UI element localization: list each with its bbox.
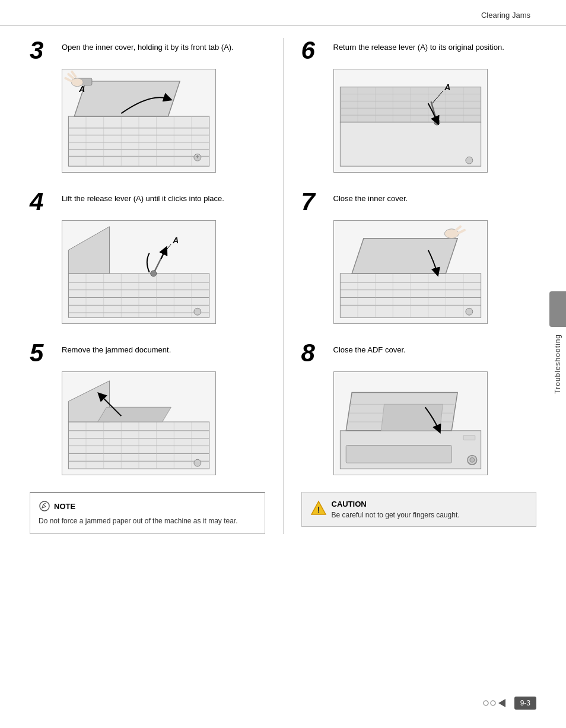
side-label: Troubleshooting: [554, 334, 562, 394]
step-3-text: Open the inner cover, holding it by its …: [62, 38, 234, 53]
note-icon: [39, 500, 50, 512]
main-content: 3 Open the inner cover, holding it by it…: [0, 38, 566, 534]
step-4: 4 Lift the release lever (A) until it cl…: [30, 189, 265, 324]
svg-point-78: [465, 157, 472, 164]
right-column: 6 Return the release lever (A) to its or…: [284, 38, 537, 534]
svg-marker-13: [74, 81, 180, 116]
page-number: 9-3: [514, 697, 536, 710]
step-8-header: 8 Close the ADF cover.: [301, 341, 537, 365]
svg-point-104: [469, 457, 474, 462]
svg-marker-56: [98, 407, 171, 422]
step-8-text: Close the ADF cover.: [333, 341, 406, 356]
svg-point-16: [71, 78, 83, 87]
svg-point-109: [491, 701, 495, 705]
svg-point-41: [194, 308, 201, 315]
step-7-header: 7 Close the inner cover.: [301, 189, 537, 214]
step-8-svg: [334, 372, 487, 475]
step-6-number: 6: [301, 38, 325, 63]
step-4-svg: A: [62, 221, 215, 323]
step-4-text: Lift the release lever (A) until it clic…: [62, 189, 224, 205]
svg-line-93: [454, 227, 460, 231]
svg-point-95: [465, 308, 472, 315]
svg-marker-91: [352, 239, 457, 274]
caution-icon: !: [310, 500, 327, 519]
step-3-image: A: [62, 69, 216, 173]
footer-arrow-icon: [479, 696, 508, 710]
step-3-svg: A: [62, 69, 215, 172]
svg-line-59: [43, 503, 46, 504]
svg-line-40: [165, 244, 171, 252]
step-8-image: [333, 371, 488, 475]
note-title: NOTE: [54, 502, 75, 511]
svg-point-58: [40, 501, 49, 511]
step-5-svg: [62, 372, 215, 475]
svg-rect-22: [197, 155, 198, 158]
step-6: 6 Return the release lever (A) to its or…: [301, 38, 537, 173]
page-footer: 9-3: [479, 696, 536, 710]
side-tab-bar: [549, 291, 566, 327]
svg-text:A: A: [172, 236, 179, 245]
step-4-header: 4 Lift the release lever (A) until it cl…: [30, 189, 265, 214]
svg-point-57: [194, 459, 201, 466]
svg-line-17: [65, 78, 71, 81]
step-7-text: Close the inner cover.: [333, 189, 408, 205]
caution-triangle-icon: !: [310, 500, 327, 517]
step-8-number: 8: [301, 341, 325, 365]
step-3: 3 Open the inner cover, holding it by it…: [30, 38, 265, 173]
step-5: 5 Remove the jammed document.: [30, 341, 265, 475]
step-7-svg: [334, 221, 487, 323]
step-6-header: 6 Return the release lever (A) to its or…: [301, 38, 537, 63]
step-5-image: [62, 371, 216, 475]
svg-marker-110: [498, 699, 505, 707]
step-7-number: 7: [301, 189, 325, 214]
step-5-text: Remove the jammed document.: [62, 341, 171, 356]
svg-line-18: [68, 74, 73, 78]
svg-text:!: !: [317, 504, 320, 514]
step-8: 8 Close the ADF cover.: [301, 341, 537, 475]
step-3-header: 3 Open the inner cover, holding it by it…: [30, 38, 265, 63]
caution-content: CAUTION Be careful not to get your finge…: [332, 500, 460, 519]
step-7: 7 Close the inner cover.: [301, 189, 537, 324]
step-6-image: A: [333, 69, 488, 173]
step-6-svg: A: [334, 69, 487, 172]
left-column: 3 Open the inner cover, holding it by it…: [30, 38, 284, 534]
note-text: Do not force a jammed paper out of the m…: [39, 516, 256, 526]
step-7-image: [333, 220, 488, 324]
step-4-number: 4: [30, 189, 53, 214]
header-title: Clearing Jams: [481, 11, 530, 20]
svg-marker-102: [381, 404, 443, 430]
note-box: NOTE Do not force a jammed paper out of …: [30, 492, 265, 534]
page-header: Clearing Jams: [0, 0, 566, 26]
svg-line-19: [72, 72, 75, 77]
step-5-number: 5: [30, 341, 53, 365]
svg-rect-73: [340, 122, 481, 166]
svg-rect-97: [346, 446, 451, 463]
side-tab: Troubleshooting: [549, 0, 566, 728]
svg-marker-36: [68, 227, 109, 274]
svg-rect-105: [463, 435, 475, 440]
note-header: NOTE: [39, 500, 256, 512]
svg-point-38: [151, 271, 157, 276]
step-3-number: 3: [30, 38, 53, 63]
step-4-image: A: [62, 220, 216, 324]
caution-box: ! CAUTION Be careful not to get your fin…: [301, 492, 537, 527]
caution-title: CAUTION: [332, 500, 460, 508]
step-6-text: Return the release lever (A) to its orig…: [333, 38, 504, 53]
svg-line-60: [42, 508, 42, 508]
footer-arrow: [479, 696, 508, 710]
note-pencil-icon: [39, 501, 50, 511]
svg-line-94: [457, 230, 465, 234]
step-5-header: 5 Remove the jammed document.: [30, 341, 265, 365]
svg-text:A: A: [444, 82, 450, 92]
svg-point-108: [484, 701, 488, 705]
caution-text: Be careful not to get your fingers caugh…: [332, 511, 460, 519]
